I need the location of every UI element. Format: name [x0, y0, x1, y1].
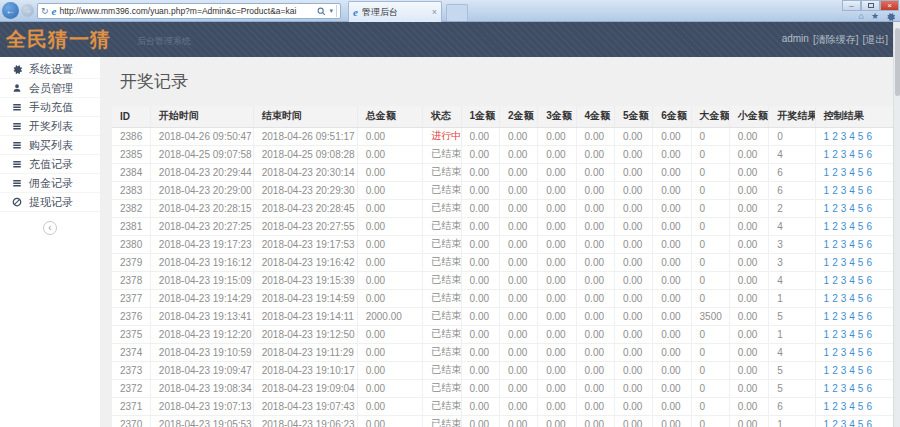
control-link[interactable]: 3 — [841, 347, 847, 358]
home-icon[interactable]: ⌂ — [858, 12, 863, 21]
control-link[interactable]: 6 — [866, 311, 872, 322]
sidebar-item[interactable]: 充值记录 — [0, 155, 100, 174]
scrollbar-thumb[interactable] — [895, 28, 900, 96]
control-link[interactable]: 4 — [849, 239, 855, 250]
control-link[interactable]: 3 — [841, 239, 847, 250]
control-link[interactable]: 5 — [858, 185, 864, 196]
minimize-button[interactable]: – — [842, 0, 861, 11]
control-link[interactable]: 6 — [866, 401, 872, 412]
control-link[interactable]: 5 — [858, 221, 864, 232]
control-link[interactable]: 3 — [841, 329, 847, 340]
back-button[interactable]: ← — [2, 2, 19, 19]
tab-close-icon[interactable]: × — [432, 8, 437, 17]
control-link[interactable]: 5 — [858, 131, 864, 142]
control-link[interactable]: 3 — [841, 185, 847, 196]
control-link[interactable]: 5 — [858, 401, 864, 412]
control-link[interactable]: 2 — [832, 221, 838, 232]
control-link[interactable]: 2 — [832, 167, 838, 178]
control-link[interactable]: 3 — [841, 257, 847, 268]
control-link[interactable]: 3 — [841, 419, 847, 427]
control-link[interactable]: 6 — [866, 203, 872, 214]
control-link[interactable]: 1 — [824, 221, 830, 232]
control-link[interactable]: 6 — [866, 275, 872, 286]
favorites-star-icon[interactable]: ★ — [871, 12, 879, 21]
control-link[interactable]: 2 — [832, 311, 838, 322]
control-link[interactable]: 4 — [849, 329, 855, 340]
control-link[interactable]: 1 — [824, 293, 830, 304]
sidebar-collapse-button[interactable]: ‹ — [43, 221, 57, 235]
control-link[interactable]: 6 — [866, 131, 872, 142]
control-link[interactable]: 5 — [858, 239, 864, 250]
control-link[interactable]: 2 — [832, 329, 838, 340]
control-link[interactable]: 2 — [832, 383, 838, 394]
control-link[interactable]: 2 — [832, 131, 838, 142]
sidebar-item[interactable]: 购买列表 — [0, 136, 100, 155]
control-link[interactable]: 1 — [824, 311, 830, 322]
control-link[interactable]: 5 — [858, 203, 864, 214]
control-link[interactable]: 4 — [849, 131, 855, 142]
control-link[interactable]: 6 — [866, 383, 872, 394]
browser-tab[interactable]: e 管理后台 × — [348, 1, 442, 22]
control-link[interactable]: 5 — [858, 383, 864, 394]
control-link[interactable]: 5 — [858, 167, 864, 178]
control-link[interactable]: 6 — [866, 185, 872, 196]
control-link[interactable]: 6 — [866, 293, 872, 304]
control-link[interactable]: 6 — [866, 419, 872, 427]
sidebar-item[interactable]: 开奖列表 — [0, 117, 100, 136]
control-link[interactable]: 6 — [866, 149, 872, 160]
control-link[interactable]: 1 — [824, 203, 830, 214]
control-link[interactable]: 4 — [849, 347, 855, 358]
chevron-down-icon[interactable]: ▾ — [329, 7, 333, 15]
control-link[interactable]: 2 — [832, 257, 838, 268]
control-link[interactable]: 1 — [824, 401, 830, 412]
url-text[interactable]: http://www.mm396.com/yuan.php?m=Admin&c=… — [59, 6, 314, 16]
control-link[interactable]: 4 — [849, 419, 855, 427]
control-link[interactable]: 3 — [841, 401, 847, 412]
sidebar-item[interactable]: 手动充值 — [0, 98, 100, 117]
control-link[interactable]: 1 — [824, 185, 830, 196]
control-link[interactable]: 3 — [841, 167, 847, 178]
refresh-icon[interactable]: ↻ — [41, 7, 49, 16]
control-link[interactable]: 4 — [849, 365, 855, 376]
control-link[interactable]: 2 — [832, 401, 838, 412]
control-link[interactable]: 1 — [824, 419, 830, 427]
control-link[interactable]: 4 — [849, 221, 855, 232]
control-link[interactable]: 4 — [849, 383, 855, 394]
control-link[interactable]: 2 — [832, 185, 838, 196]
control-link[interactable]: 4 — [849, 293, 855, 304]
control-link[interactable]: 1 — [824, 275, 830, 286]
control-link[interactable]: 4 — [849, 203, 855, 214]
control-link[interactable]: 1 — [824, 239, 830, 250]
sidebar-item[interactable]: 佣金记录 — [0, 174, 100, 193]
control-link[interactable]: 5 — [858, 419, 864, 427]
control-link[interactable]: 3 — [841, 203, 847, 214]
sidebar-item[interactable]: 提现记录 — [0, 193, 100, 212]
control-link[interactable]: 6 — [866, 221, 872, 232]
control-link[interactable]: 5 — [858, 311, 864, 322]
control-link[interactable]: 4 — [849, 149, 855, 160]
control-link[interactable]: 4 — [849, 275, 855, 286]
clear-cache-link[interactable]: [清除缓存] — [813, 33, 859, 47]
control-link[interactable]: 5 — [858, 329, 864, 340]
control-link[interactable]: 3 — [841, 221, 847, 232]
sidebar-item[interactable]: 会员管理 — [0, 79, 100, 98]
close-button[interactable]: × — [880, 0, 899, 11]
control-link[interactable]: 6 — [866, 257, 872, 268]
sidebar-item[interactable]: 系统设置 — [0, 60, 100, 79]
control-link[interactable]: 2 — [832, 149, 838, 160]
control-link[interactable]: 3 — [841, 383, 847, 394]
control-link[interactable]: 3 — [841, 365, 847, 376]
logout-link[interactable]: [退出] — [862, 33, 888, 47]
control-link[interactable]: 4 — [849, 167, 855, 178]
control-link[interactable]: 5 — [858, 257, 864, 268]
control-link[interactable]: 5 — [858, 347, 864, 358]
control-link[interactable]: 2 — [832, 203, 838, 214]
control-link[interactable]: 2 — [832, 347, 838, 358]
control-link[interactable]: 5 — [858, 293, 864, 304]
control-link[interactable]: 6 — [866, 167, 872, 178]
control-link[interactable]: 2 — [832, 293, 838, 304]
control-link[interactable]: 2 — [832, 365, 838, 376]
vertical-scrollbar[interactable] — [893, 22, 900, 427]
control-link[interactable]: 1 — [824, 257, 830, 268]
control-link[interactable]: 1 — [824, 383, 830, 394]
